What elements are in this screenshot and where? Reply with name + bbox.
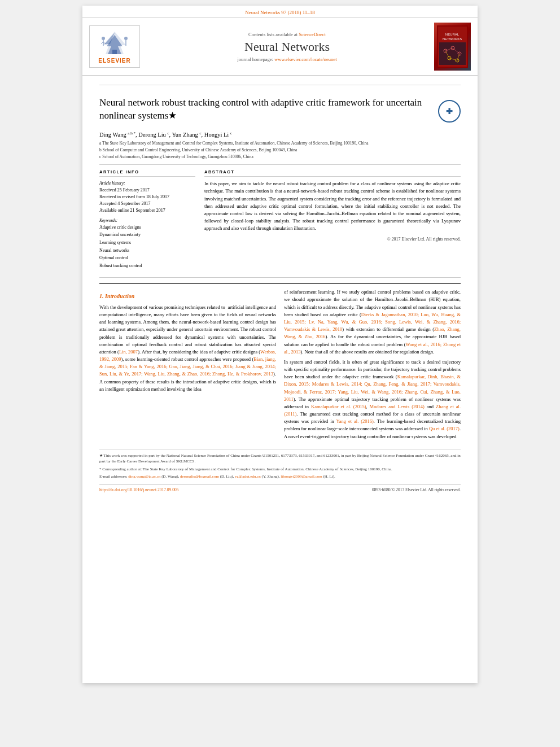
contents-line: Contents lists available at ScienceDirec…	[140, 32, 434, 37]
email-wang[interactable]: ding.wang@ia.ac.cn	[128, 474, 160, 479]
section1-number: 1.	[99, 293, 104, 299]
homepage-url[interactable]: www.elsevier.com/locate/neunet	[274, 56, 336, 62]
received1: Received 25 February 2017	[99, 187, 195, 194]
keywords-list: Adaptive critic designs Dynamical uncert…	[99, 224, 195, 270]
copyright-line: © 2017 Elsevier Ltd. All rights reserved…	[204, 237, 461, 242]
article-title: Neural network robust tracking control w…	[99, 97, 432, 123]
keyword-4: Neural networks	[99, 247, 195, 255]
keywords-label: Keywords:	[99, 217, 195, 224]
crossmark-icon: ✚	[446, 107, 453, 116]
issn-text: 0893-6080/© 2017 Elsevier Ltd. All right…	[372, 487, 461, 492]
keyword-6: Robust tracking control	[99, 262, 195, 270]
journal-title: Neural Networks	[140, 40, 434, 54]
top-bar: Neural Networks 97 (2018) 11–18	[82, 6, 478, 18]
article-title-text: Neural network robust tracking control w…	[99, 97, 432, 123]
intro-para-right-2: In system and control fields, it is ofte…	[284, 359, 461, 440]
affiliation-b: b School of Computer and Control Enginee…	[99, 147, 461, 153]
journal-cover: NEURAL NETWORKS	[434, 23, 471, 71]
wang2016-ref[interactable]: Wang et al., 2016; Zhong et al., 2013	[284, 342, 461, 355]
svg-text:NEURAL: NEURAL	[445, 33, 460, 36]
keyword-1: Adaptive critic designs	[99, 224, 195, 231]
history-label: Article history:	[99, 180, 195, 186]
lin2007-ref[interactable]: Lin, 2007	[119, 349, 138, 355]
affiliation-a: a The State Key Laboratory of Management…	[99, 140, 461, 146]
svg-rect-4	[112, 50, 117, 54]
mid-divider	[99, 164, 461, 165]
intro-para-left: With the development of various promisin…	[99, 304, 276, 393]
article-title-section: Neural network robust tracking control w…	[99, 89, 461, 127]
section1-title: 1. Introduction	[99, 292, 276, 301]
main-col-left: 1. Introduction With the development of …	[99, 289, 276, 443]
two-col-main: 1. Introduction With the development of …	[99, 289, 461, 443]
keyword-2: Dynamical uncertainty	[99, 231, 195, 239]
keyword-3: Learning systems	[99, 239, 195, 247]
page: Neural Networks 97 (2018) 11–18	[82, 6, 478, 683]
elsevier-tree-icon	[98, 29, 132, 56]
keywords-group: Keywords: Adaptive critic designs Dynami…	[99, 217, 195, 270]
journal-center-info: Contents lists available at ScienceDirec…	[140, 32, 434, 62]
bian-ref[interactable]: Bian, jiang, & Jiang, 2015; Fan & Yang, …	[99, 356, 276, 377]
authors-text: Ding Wang a,b,*, Derong Liu c, Yun Zhang…	[99, 132, 232, 138]
homepage-line: journal homepage: www.elsevier.com/locat…	[140, 56, 434, 62]
article-info-col: ARTICLE INFO Article history: Received 2…	[99, 169, 195, 273]
received-revised: Received in revised form 18 July 2017	[99, 194, 195, 200]
elsevier-brand: ELSEVIER	[98, 58, 130, 64]
affiliation-c: c School of Automation, Guangdong Univer…	[99, 154, 461, 160]
kamalapurkar-ref[interactable]: Kamalapurkar, Dinh, Bhasin, & Dixon, 201…	[284, 374, 461, 402]
footnotes-area: ★ This work was supported in part by the…	[99, 449, 461, 480]
footnote-3: E-mail addresses: ding.wang@ia.ac.cn (D.…	[99, 474, 461, 480]
article-info-content: Article history: Received 25 February 20…	[99, 180, 195, 269]
content-divider	[99, 277, 461, 278]
abstract-header: ABSTRACT	[204, 169, 461, 177]
kamalapurkar2-ref[interactable]: Kamalapurkar et al. (2015)	[311, 404, 366, 409]
cover-image: NEURAL NETWORKS	[437, 25, 468, 68]
bottom-bar: http://dx.doi.org/10.1016/j.neunet.2017.…	[99, 484, 461, 495]
modares-ref[interactable]: Modares and Lewis (2014)	[370, 404, 425, 409]
affiliations: a The State Key Laboratory of Management…	[99, 140, 461, 160]
journal-ref-link[interactable]: Neural Networks 97 (2018) 11–18	[245, 10, 315, 15]
top-divider	[99, 85, 461, 85]
email-li[interactable]: lihongyi2009@gmail.com	[281, 474, 322, 479]
section1-title-text: Introduction	[105, 293, 134, 299]
main-content: 1. Introduction With the development of …	[99, 283, 461, 443]
journal-header: ELSEVIER Contents lists available at Sci…	[82, 18, 478, 76]
email-zhang[interactable]: yz@gdut.edu.cn	[235, 474, 261, 479]
email-liu[interactable]: derongliu@foxmail.com	[180, 474, 219, 479]
crossmark-badge[interactable]: ✚	[438, 100, 461, 123]
article-info-abstract: ARTICLE INFO Article history: Received 2…	[99, 169, 461, 273]
history-group: Article history: Received 25 February 20…	[99, 180, 195, 213]
svg-point-9	[124, 37, 128, 40]
authors: Ding Wang a,b,*, Derong Liu c, Yun Zhang…	[99, 130, 461, 138]
doi-link[interactable]: http://dx.doi.org/10.1016/j.neunet.2017.…	[99, 487, 178, 492]
main-col-right: of reinforcement learning. If we study o…	[284, 289, 461, 443]
keyword-5: Optimal control	[99, 254, 195, 262]
article-info-header: ARTICLE INFO	[99, 169, 195, 177]
svg-point-5	[102, 37, 105, 40]
yang2016-ref[interactable]: Yang et al. (2016)	[336, 418, 373, 424]
footnote-1: ★ This work was supported in part by the…	[99, 453, 461, 465]
qu2017-ref[interactable]: Qu et al. (2017)	[429, 426, 460, 431]
abstract-text: In this paper, we aim to tackle the neur…	[204, 180, 461, 232]
available-online: Available online 21 September 2017	[99, 207, 195, 214]
elsevier-logo: ELSEVIER	[89, 25, 140, 68]
svg-rect-15	[439, 42, 466, 65]
svg-text:NETWORKS: NETWORKS	[443, 37, 462, 41]
abstract-col: ABSTRACT In this paper, we aim to tackle…	[204, 169, 461, 273]
intro-para-right-1: of reinforcement learning. If we study o…	[284, 289, 461, 356]
accepted: Accepted 4 September 2017	[99, 200, 195, 207]
sciencedirect-link[interactable]: ScienceDirect	[299, 32, 326, 37]
footnote-2: * Corresponding author at: The State Key…	[99, 466, 461, 473]
article-body: Neural network robust tracking control w…	[82, 76, 478, 506]
